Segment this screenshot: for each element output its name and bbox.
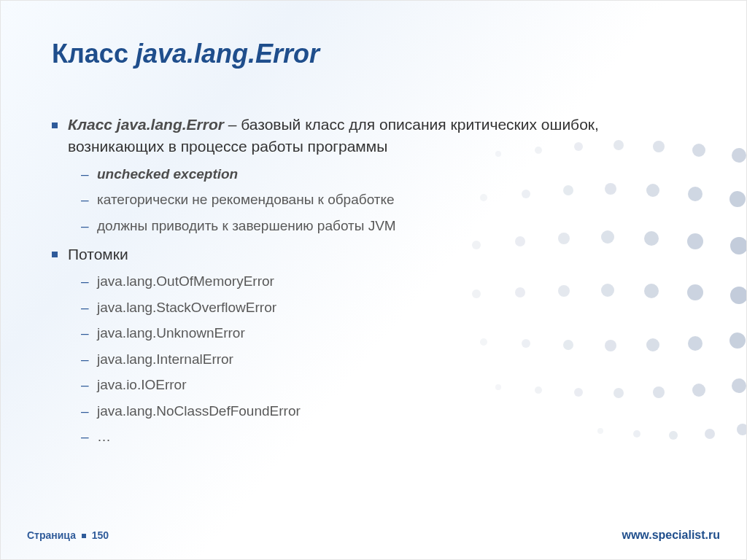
- title-prefix: Класс: [52, 39, 136, 69]
- slide-content: Класс java.lang.Error – базовый класс дл…: [52, 114, 679, 454]
- sub-bullet: должны приводить к завершению работы JVM: [68, 216, 679, 236]
- sub-bullet-text: unchecked exception: [97, 166, 238, 182]
- sub-bullet-text: java.lang.UnknownError: [97, 325, 245, 341]
- footer-url: www.specialist.ru: [622, 529, 720, 542]
- sub-bullet-text: java.lang.InternalError: [97, 351, 233, 367]
- sub-bullet: java.io.IOError: [68, 375, 679, 395]
- svg-point-27: [730, 287, 746, 304]
- slide-footer: Страница 150 www.specialist.ru: [27, 529, 720, 542]
- bullet-definition-strong: Класс java.lang.Error: [68, 116, 224, 133]
- sub-bullet-text: должны приводить к завершению работы JVM: [97, 218, 396, 233]
- slide-title: Класс java.lang.Error: [52, 39, 320, 69]
- sub-bullet-text: java.io.IOError: [97, 377, 186, 392]
- svg-point-12: [688, 187, 703, 201]
- svg-point-40: [692, 384, 705, 397]
- page-indicator: Страница 150: [27, 529, 109, 541]
- sub-bullet-text: java.lang.NoClassDefFoundError: [97, 403, 301, 419]
- title-class-name: java.lang.Error: [136, 39, 320, 69]
- svg-point-41: [732, 378, 746, 393]
- sub-bullet: …: [68, 427, 679, 447]
- sub-bullet-text: категорически не рекомендованы к обработ…: [97, 192, 395, 207]
- svg-point-6: [732, 148, 746, 163]
- sub-bullet: java.lang.NoClassDefFoundError: [68, 401, 679, 421]
- svg-point-46: [737, 424, 746, 435]
- svg-point-19: [687, 233, 703, 249]
- bullet-descendants-label: Потомки: [68, 246, 128, 262]
- sub-bullet-text: …: [97, 429, 111, 444]
- sub-bullet: unchecked exception: [68, 164, 679, 184]
- svg-point-13: [729, 191, 746, 207]
- sub-bullet: java.lang.UnknownError: [68, 323, 679, 343]
- svg-point-45: [705, 429, 715, 439]
- svg-point-33: [688, 336, 703, 351]
- bullet-descendants: Потомки java.lang.OutOfMemoryError java.…: [52, 244, 679, 447]
- page-number: 150: [92, 529, 109, 541]
- sub-bullet: категорически не рекомендованы к обработ…: [68, 190, 679, 210]
- slide: Класс java.lang.Error Класс java.lang.Er…: [0, 0, 747, 560]
- sub-bullet: java.lang.StackOverflowError: [68, 298, 679, 318]
- sub-bullet-text: java.lang.StackOverflowError: [97, 300, 276, 315]
- sub-bullet: java.lang.OutOfMemoryError: [68, 271, 679, 292]
- svg-point-34: [729, 332, 746, 349]
- page-word: Страница: [27, 529, 76, 541]
- svg-point-5: [692, 144, 705, 157]
- sub-bullet: java.lang.InternalError: [68, 349, 679, 370]
- svg-point-26: [687, 284, 703, 300]
- square-bullet-icon: [82, 534, 86, 538]
- sub-bullet-text: java.lang.OutOfMemoryError: [97, 273, 274, 289]
- svg-point-20: [730, 237, 746, 254]
- bullet-definition: Класс java.lang.Error – базовый класс дл…: [52, 114, 679, 236]
